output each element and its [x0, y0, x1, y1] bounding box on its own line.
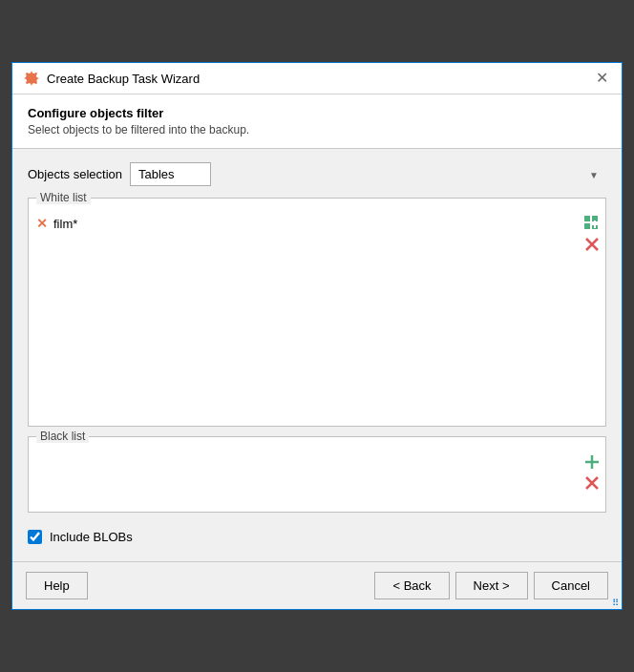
help-button[interactable]: Help — [26, 572, 88, 599]
item-x-icon: ✕ — [36, 216, 48, 231]
header-title: Configure objects filter — [28, 106, 606, 120]
title-bar-left: Create Backup Task Wizard — [24, 71, 200, 86]
white-list-legend: White list — [36, 191, 91, 204]
white-list-add-button[interactable] — [582, 214, 602, 233]
create-backup-wizard-dialog: Create Backup Task Wizard ✕ Configure ob… — [11, 62, 623, 610]
svg-rect-3 — [584, 223, 590, 229]
white-list-item-text: film* — [53, 217, 77, 231]
wizard-header: Configure objects filter Select objects … — [12, 94, 622, 149]
wizard-content: Objects selection Tables Views Procedure… — [12, 149, 622, 561]
close-button[interactable]: ✕ — [594, 71, 610, 86]
next-button[interactable]: Next > — [455, 572, 528, 599]
objects-selection-dropdown[interactable]: Tables Views Procedures Functions — [130, 162, 211, 186]
white-list-item: ✕ film* — [31, 214, 603, 233]
include-blobs-checkbox[interactable] — [28, 530, 42, 544]
include-blobs-row: Include BLOBs — [28, 522, 606, 548]
resize-handle: ⠿ — [612, 598, 619, 608]
black-list-legend: Black list — [36, 430, 89, 443]
dialog-footer: Help < Back Next > Cancel — [12, 561, 622, 609]
back-button[interactable]: < Back — [374, 572, 449, 599]
black-list-content — [29, 449, 605, 512]
white-list-side-buttons — [582, 214, 602, 254]
include-blobs-label: Include BLOBs — [50, 530, 133, 544]
footer-right-buttons: < Back Next > Cancel — [374, 572, 608, 599]
wizard-icon — [24, 71, 39, 86]
svg-rect-1 — [584, 216, 590, 221]
header-subtitle: Select objects to be filtered into the b… — [28, 123, 606, 136]
cancel-button[interactable]: Cancel — [534, 572, 608, 599]
title-bar: Create Backup Task Wizard ✕ — [12, 63, 622, 94]
objects-selection-dropdown-wrapper: Tables Views Procedures Functions — [130, 162, 606, 186]
white-list-content: ✕ film* — [29, 210, 605, 426]
white-list-group: White list ✕ film* — [28, 198, 606, 427]
white-list-remove-button[interactable] — [582, 235, 602, 254]
title-text: Create Backup Task Wizard — [47, 72, 200, 86]
black-list-remove-button[interactable] — [582, 473, 602, 493]
objects-selection-label: Objects selection — [28, 167, 122, 181]
black-list-group: Black list — [28, 436, 606, 513]
objects-selection-row: Objects selection Tables Views Procedure… — [28, 162, 606, 186]
black-list-side-buttons — [582, 452, 602, 493]
black-list-add-button[interactable] — [582, 452, 602, 472]
